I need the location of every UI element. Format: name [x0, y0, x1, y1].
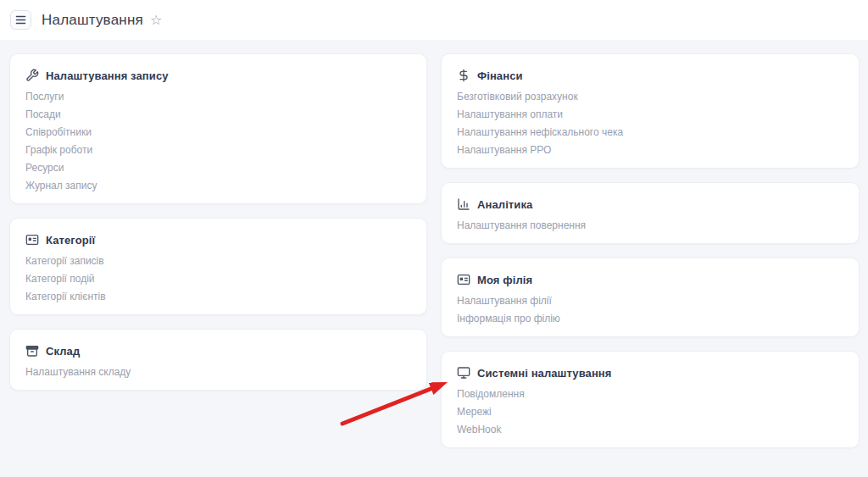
right-column: Фінанси Безготівковий розрахунок Налашту…: [441, 53, 860, 448]
card-header: Моя філія: [457, 272, 842, 287]
top-bar: Налаштування ☆: [0, 0, 868, 40]
hamburger-menu-button[interactable]: [10, 10, 31, 30]
card-header: Системні налаштування: [457, 365, 842, 380]
link-employees[interactable]: Співробітники: [25, 123, 409, 141]
card-icon: [25, 233, 39, 247]
card-icon: [457, 273, 470, 286]
link-services[interactable]: Послуги: [25, 87, 409, 105]
link-nonfiscal-receipt-settings[interactable]: Налаштування нефіскального чека: [457, 123, 842, 141]
card-record-settings: Налаштування запису Послуги Посади Співр…: [9, 53, 427, 204]
link-event-categories[interactable]: Категорії подій: [25, 269, 409, 287]
left-column: Налаштування запису Послуги Посади Співр…: [9, 53, 427, 391]
card-my-branch: Моя філія Налаштування філії Інформація …: [441, 258, 860, 337]
card-header: Категорії: [25, 232, 409, 247]
card-title: Налаштування запису: [46, 69, 169, 82]
link-resources[interactable]: Ресурси: [25, 158, 409, 176]
card-title: Фінанси: [477, 69, 523, 82]
link-refund-settings[interactable]: Налаштування повернення: [457, 216, 842, 234]
page-title: Налаштування: [42, 12, 143, 29]
link-branch-settings[interactable]: Налаштування філії: [457, 291, 842, 309]
link-client-categories[interactable]: Категорії клієнтів: [25, 287, 409, 305]
wrench-icon: [25, 69, 39, 82]
link-positions[interactable]: Посади: [25, 105, 409, 123]
link-record-categories[interactable]: Категорії записів: [25, 252, 409, 269]
card-analytics: Аналітика Налаштування повернення: [441, 182, 860, 244]
link-cashless-payment[interactable]: Безготівковий розрахунок: [457, 87, 842, 105]
dollar-icon: [457, 69, 470, 82]
link-networks[interactable]: Мережі: [457, 402, 842, 420]
card-warehouse: Склад Налаштування складу: [9, 329, 427, 391]
card-finance: Фінанси Безготівковий розрахунок Налашту…: [441, 53, 860, 169]
star-icon[interactable]: ☆: [150, 14, 162, 27]
card-header: Склад: [25, 343, 409, 358]
link-rro-settings[interactable]: Налаштування РРО: [457, 141, 842, 158]
bar-chart-icon: [457, 197, 470, 211]
card-header: Фінанси: [457, 68, 842, 83]
link-work-schedule[interactable]: Графік роботи: [25, 141, 409, 158]
card-system-settings: Системні налаштування Повідомлення Мереж…: [441, 351, 860, 448]
hamburger-icon: [15, 15, 26, 25]
card-title: Категорії: [46, 234, 95, 247]
card-title: Аналітика: [477, 198, 532, 211]
link-record-log[interactable]: Журнал запису: [25, 176, 409, 194]
card-title: Системні налаштування: [477, 367, 612, 380]
card-title: Моя філія: [477, 274, 532, 286]
archive-icon: [25, 344, 39, 358]
link-notifications[interactable]: Повідомлення: [457, 385, 842, 402]
card-header: Налаштування запису: [25, 68, 409, 83]
link-webhook[interactable]: WebHook: [457, 420, 842, 438]
link-warehouse-settings[interactable]: Налаштування складу: [25, 363, 409, 380]
link-payment-settings[interactable]: Налаштування оплати: [457, 105, 842, 123]
monitor-icon: [457, 366, 470, 380]
settings-grid: Налаштування запису Послуги Посади Співр…: [0, 40, 868, 448]
card-header: Аналітика: [457, 197, 842, 212]
card-categories: Категорії Категорії записів Категорії по…: [9, 218, 427, 315]
card-title: Склад: [46, 345, 80, 358]
link-branch-info[interactable]: Інформація про філію: [457, 309, 842, 327]
